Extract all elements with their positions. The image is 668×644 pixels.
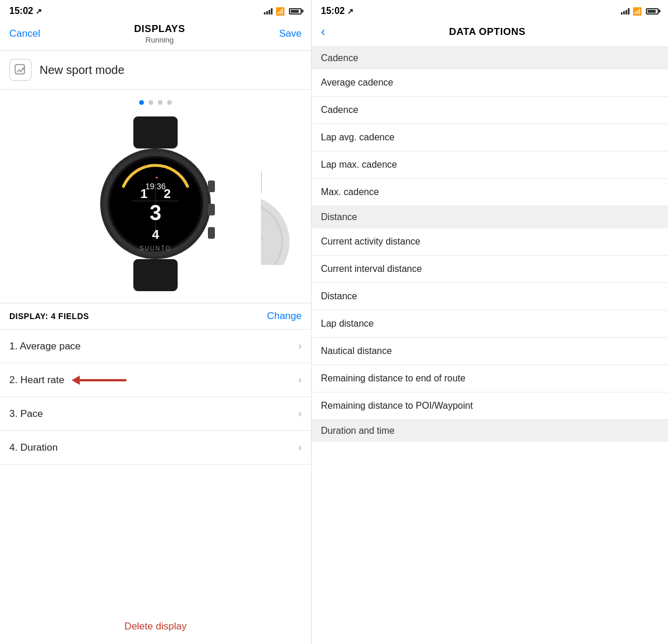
cancel-button[interactable]: Cancel [9, 28, 40, 40]
battery-icon [289, 8, 302, 15]
delete-display-button[interactable]: Delete display [125, 621, 187, 632]
dot-2 [149, 100, 153, 105]
svg-rect-19 [261, 169, 262, 196]
field-1-text: 1. Average pace [9, 341, 81, 352]
page-dots [0, 90, 311, 111]
data-options-list: Cadence Average cadence Cadence Lap avg.… [312, 47, 668, 644]
right-time: 15:02 ↗ [321, 6, 354, 16]
dot-4 [167, 100, 172, 105]
option-cadence[interactable]: Cadence [312, 97, 668, 124]
dot-3 [158, 100, 162, 105]
left-content: New sport mode [0, 51, 311, 644]
svg-text:SUUNTO: SUUNTO [140, 245, 171, 252]
field-row-4[interactable]: 4. Duration › [0, 430, 311, 465]
right-battery-icon [646, 8, 659, 15]
save-button[interactable]: Save [279, 28, 302, 40]
right-panel: 15:02 ↗ 📶 ‹ DATA OPTIONS Cadence Average [312, 0, 668, 644]
left-status-bar: 15:02 ↗ 📶 [0, 0, 311, 20]
svg-rect-7 [208, 227, 215, 239]
right-signal-icon [621, 8, 630, 15]
option-remaining-poi-waypoint[interactable]: Remaining distance to POI/Waypoint [312, 392, 668, 420]
watch-image: 19:36 1 2 3 4 SUUNTO [86, 116, 225, 291]
data-options-title: DATA OPTIONS [330, 26, 645, 38]
left-header: Cancel DISPLAYS Running Save [0, 20, 311, 51]
arrow-shaft [80, 379, 126, 381]
field-row-3[interactable]: 3. Pace › [0, 397, 311, 430]
field-4-text: 4. Duration [9, 442, 58, 454]
field-row-1[interactable]: 1. Average pace › [0, 329, 311, 363]
section-header-distance: Distance [312, 206, 668, 228]
svg-rect-5 [208, 181, 215, 192]
svg-rect-1 [133, 116, 178, 148]
chevron-icon-3: › [298, 408, 302, 420]
wifi-icon: 📶 [275, 7, 285, 16]
svg-rect-2 [133, 259, 178, 291]
option-current-interval-distance[interactable]: Current interval distance [312, 256, 668, 283]
svg-rect-0 [15, 65, 24, 74]
section-header-duration-time: Duration and time [312, 420, 668, 442]
svg-text:3: 3 [150, 201, 161, 225]
right-status-bar: 15:02 ↗ 📶 [312, 0, 668, 20]
option-current-activity-distance[interactable]: Current activity distance [312, 228, 668, 256]
option-lap-avg-cadence[interactable]: Lap avg. cadence [312, 124, 668, 151]
option-remaining-end-of-route[interactable]: Remaining distance to end of route [312, 365, 668, 392]
field-rows-section: 1. Average pace › 2. Heart rate › 3. Pac… [0, 329, 311, 609]
option-nautical-distance[interactable]: Nautical distance [312, 338, 668, 365]
left-status-icons: 📶 [264, 7, 302, 16]
display-info-row: DISPLAY: 4 FIELDS Change [0, 303, 311, 329]
svg-text:1: 1 [140, 186, 147, 201]
option-distance[interactable]: Distance [312, 283, 668, 310]
chevron-icon-2: › [298, 374, 302, 386]
svg-rect-6 [208, 204, 215, 215]
chevron-icon-4: › [298, 441, 302, 454]
svg-text:2: 2 [164, 186, 171, 201]
displays-title: DISPLAYS [40, 23, 279, 35]
display-fields-label: DISPLAY: 4 FIELDS [9, 312, 89, 321]
signal-icon [264, 8, 273, 15]
right-status-icons: 📶 [621, 7, 659, 16]
option-average-cadence[interactable]: Average cadence [312, 69, 668, 97]
option-max-cadence[interactable]: Max. cadence [312, 179, 668, 206]
option-lap-distance[interactable]: Lap distance [312, 310, 668, 338]
left-panel: 15:02 ↗ 📶 Cancel DISPLAYS Running Save [0, 0, 312, 644]
option-lap-max-cadence[interactable]: Lap max. cadence [312, 151, 668, 179]
section-header-cadence: Cadence [312, 47, 668, 69]
change-button[interactable]: Change [267, 310, 302, 322]
left-time: 15:02 ↗ [9, 6, 42, 16]
field-3-text: 3. Pace [9, 408, 43, 420]
heart-rate-arrow [72, 376, 126, 385]
arrow-head-icon [72, 376, 80, 385]
right-header: ‹ DATA OPTIONS [312, 20, 668, 47]
back-button[interactable]: ‹ [321, 24, 325, 40]
delete-row: Delete display [0, 609, 311, 644]
sport-mode-label: New sport mode [40, 63, 125, 77]
sport-mode-row[interactable]: New sport mode [0, 51, 311, 90]
header-title-group: DISPLAYS Running [40, 23, 279, 44]
field-2-text: 2. Heart rate [9, 374, 65, 386]
chevron-icon-1: › [298, 340, 302, 352]
sport-mode-icon [9, 59, 31, 81]
watch-display-area: 19:36 1 2 3 4 SUUNTO [0, 111, 311, 303]
dot-1 [139, 100, 144, 105]
right-wifi-icon: 📶 [632, 7, 642, 16]
running-subtitle: Running [40, 36, 279, 44]
field-row-2[interactable]: 2. Heart rate › [0, 363, 311, 397]
svg-text:4: 4 [152, 227, 160, 242]
